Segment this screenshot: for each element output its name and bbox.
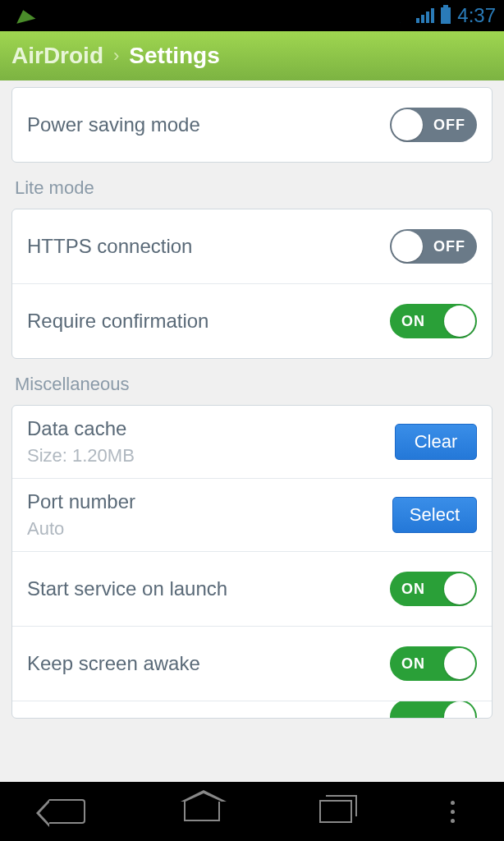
toggle-knob [444, 573, 475, 604]
menu-button[interactable] [451, 801, 455, 823]
select-button[interactable]: Select [392, 497, 477, 533]
signal-icon [416, 8, 434, 23]
https-label: HTTPS connection [27, 235, 390, 258]
wifi-icon [392, 8, 410, 23]
misc-header: Miscellaneous [11, 359, 493, 405]
lite-mode-card: HTTPS connection OFF Require confirmatio… [11, 209, 493, 359]
toggle-knob [392, 231, 423, 262]
toggle-state: OFF [433, 117, 465, 134]
require-confirm-label: Require confirmation [27, 310, 390, 333]
clock: 4:37 [457, 4, 496, 27]
https-row: HTTPS connection OFF [12, 209, 492, 284]
keep-awake-label: Keep screen awake [27, 652, 390, 675]
port-row: Port number Auto Select [12, 479, 492, 552]
power-saving-label: Power saving mode [27, 113, 390, 136]
data-cache-row: Data cache Size: 1.20MB Clear [12, 406, 492, 479]
lite-mode-header: Lite mode [11, 163, 493, 209]
require-confirm-toggle[interactable]: ON [390, 304, 477, 338]
start-service-toggle[interactable]: ON [390, 572, 477, 606]
chevron-right-icon: › [113, 45, 119, 67]
partial-toggle[interactable] [390, 701, 477, 718]
battery-icon [441, 7, 451, 24]
navigation-bar [0, 782, 504, 841]
breadcrumb-app[interactable]: AirDroid [11, 43, 103, 69]
toggle-knob [444, 306, 475, 337]
toggle-knob [444, 701, 475, 718]
toggle-state: ON [401, 581, 425, 598]
port-label: Port number [27, 490, 392, 513]
notification-icon [14, 7, 36, 24]
toggle-state: ON [401, 313, 425, 330]
toggle-knob [392, 109, 423, 140]
port-value: Auto [27, 518, 392, 540]
page-title: Settings [129, 43, 219, 69]
data-cache-label: Data cache [27, 417, 395, 440]
toggle-knob [444, 648, 475, 679]
power-card: Power saving mode OFF [11, 87, 493, 163]
start-service-label: Start service on launch [27, 577, 390, 600]
partial-row [12, 701, 492, 718]
data-cache-size: Size: 1.20MB [27, 445, 395, 466]
power-saving-row: Power saving mode OFF [12, 88, 492, 162]
require-confirm-row: Require confirmation ON [12, 284, 492, 358]
https-toggle[interactable]: OFF [390, 229, 477, 264]
start-service-row: Start service on launch ON [12, 552, 492, 627]
home-button[interactable] [184, 802, 220, 821]
toggle-state: ON [401, 655, 425, 673]
settings-content: Power saving mode OFF Lite mode HTTPS co… [0, 80, 504, 795]
misc-card: Data cache Size: 1.20MB Clear Port numbe… [11, 405, 493, 719]
back-button[interactable] [49, 799, 85, 824]
status-bar: 4:37 [0, 0, 504, 31]
power-saving-toggle[interactable]: OFF [390, 108, 477, 142]
keep-awake-toggle[interactable]: ON [390, 646, 477, 681]
recent-apps-button[interactable] [319, 800, 352, 823]
keep-awake-row: Keep screen awake ON [12, 627, 492, 701]
app-header: AirDroid › Settings [0, 31, 504, 80]
clear-button[interactable]: Clear [395, 424, 477, 460]
toggle-state: OFF [433, 238, 465, 255]
